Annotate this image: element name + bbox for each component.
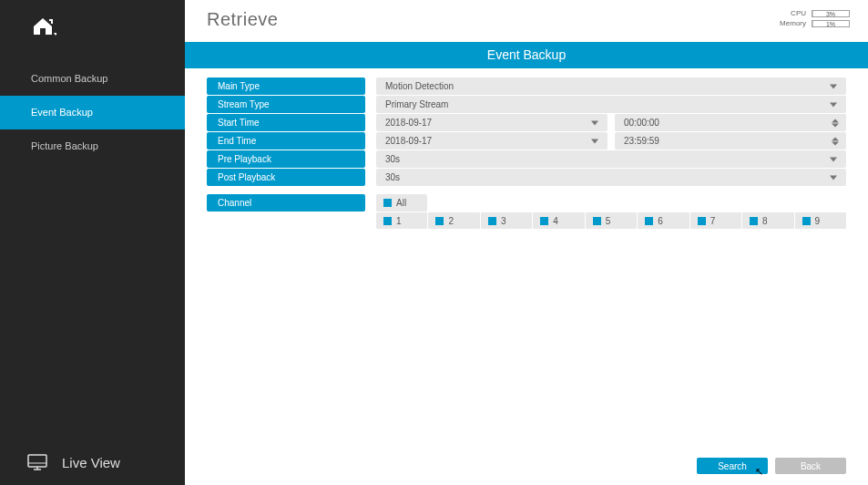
- channel-checkbox-2[interactable]: 2: [428, 212, 479, 229]
- search-button[interactable]: Search: [697, 458, 768, 474]
- checkbox-icon: [383, 199, 392, 207]
- channel-label: Channel: [207, 194, 365, 212]
- checkbox-icon: [540, 217, 548, 225]
- channel-number: 6: [658, 216, 663, 226]
- channel-number: 9: [815, 216, 821, 226]
- post-playback-label: Post Playback: [207, 169, 365, 186]
- section-banner: Event Backup: [185, 42, 868, 68]
- channel-container: All 123456789: [376, 194, 846, 229]
- topbar: Retrieve CPU 3% Memory 1%: [185, 0, 868, 42]
- start-date-picker[interactable]: 2018-09-17: [376, 114, 608, 131]
- post-playback-value: 30s: [385, 172, 400, 182]
- cpu-value: 3%: [812, 11, 849, 16]
- checkbox-icon: [488, 217, 496, 225]
- channel-all-checkbox[interactable]: All: [376, 194, 427, 212]
- end-date-value: 2018-09-17: [385, 136, 432, 146]
- svg-marker-0: [54, 33, 56, 36]
- memory-label: Memory: [780, 19, 806, 27]
- search-button-label: Search: [718, 461, 747, 471]
- channel-checkbox-8[interactable]: 8: [742, 212, 793, 229]
- channel-number: 7: [710, 216, 716, 226]
- chevron-down-icon: [830, 102, 837, 107]
- form: Main Type Motion Detection Stream Type P…: [185, 68, 868, 230]
- cpu-label: CPU: [791, 9, 806, 17]
- chevron-down-icon: [830, 175, 837, 180]
- start-date-value: 2018-09-17: [385, 118, 432, 128]
- home-button[interactable]: [0, 0, 185, 53]
- channel-checkbox-3[interactable]: 3: [481, 212, 532, 229]
- pre-playback-label: Pre Playback: [207, 150, 365, 168]
- channel-grid: 123456789: [376, 212, 846, 229]
- start-time-value: 00:00:00: [624, 118, 659, 128]
- sidebar: Common Backup Event Backup Picture Backu…: [0, 0, 185, 485]
- checkbox-icon: [383, 217, 392, 225]
- main-type-value: Motion Detection: [385, 81, 454, 91]
- sidebar-nav: Common Backup Event Backup Picture Backu…: [0, 62, 185, 163]
- back-button[interactable]: Back: [775, 458, 846, 474]
- spinner-icon: [832, 137, 839, 145]
- channel-checkbox-4[interactable]: 4: [533, 212, 584, 229]
- sidebar-item-label: Common Backup: [31, 73, 107, 84]
- checkbox-icon: [698, 217, 706, 225]
- channel-number: 8: [762, 216, 768, 226]
- sidebar-item-picture-backup[interactable]: Picture Backup: [0, 129, 185, 163]
- spinner-icon: [832, 119, 839, 127]
- chevron-down-icon: [591, 120, 598, 125]
- main: Retrieve CPU 3% Memory 1% Event Backup M…: [185, 0, 868, 485]
- channel-checkbox-9[interactable]: 9: [795, 212, 846, 229]
- chevron-down-icon: [830, 84, 837, 88]
- channel-checkbox-1[interactable]: 1: [376, 212, 427, 229]
- sidebar-item-common-backup[interactable]: Common Backup: [0, 62, 185, 96]
- checkbox-icon: [750, 217, 758, 225]
- svg-rect-1: [28, 455, 46, 467]
- channel-number: 2: [448, 216, 454, 226]
- sidebar-item-label: Event Backup: [31, 107, 93, 118]
- pre-playback-value: 30s: [385, 154, 400, 164]
- page-title: Retrieve: [207, 9, 278, 30]
- back-button-label: Back: [801, 461, 821, 471]
- post-playback-select[interactable]: 30s: [376, 169, 846, 186]
- stream-type-value: Primary Stream: [385, 99, 448, 109]
- checkbox-icon: [802, 217, 811, 225]
- memory-bar: 1%: [812, 20, 850, 27]
- channel-checkbox-7[interactable]: 7: [690, 212, 741, 229]
- checkbox-icon: [435, 217, 444, 225]
- memory-value: 1%: [812, 21, 849, 26]
- sidebar-item-event-backup[interactable]: Event Backup: [0, 96, 185, 129]
- pre-playback-select[interactable]: 30s: [376, 150, 846, 168]
- stream-type-label: Stream Type: [207, 96, 365, 113]
- live-view-button[interactable]: Live View: [0, 454, 185, 485]
- checkbox-icon: [593, 217, 601, 225]
- system-stats: CPU 3% Memory 1%: [780, 9, 850, 29]
- start-time-input[interactable]: 00:00:00: [615, 114, 846, 131]
- channel-number: 4: [553, 216, 558, 226]
- channel-number: 3: [501, 216, 506, 226]
- channel-number: 5: [606, 216, 611, 226]
- chevron-down-icon: [591, 139, 598, 143]
- live-view-label: Live View: [62, 455, 120, 470]
- end-date-picker[interactable]: 2018-09-17: [376, 132, 608, 150]
- end-time-value: 23:59:59: [624, 136, 659, 146]
- chevron-down-icon: [830, 157, 837, 161]
- channel-checkbox-6[interactable]: 6: [638, 212, 689, 229]
- channel-number: 1: [396, 216, 402, 226]
- stream-type-select[interactable]: Primary Stream: [376, 96, 846, 113]
- cpu-bar: 3%: [812, 10, 850, 17]
- button-bar: Search Back: [697, 458, 846, 474]
- memory-stat: Memory 1%: [780, 19, 850, 27]
- cpu-stat: CPU 3%: [780, 9, 850, 17]
- main-type-select[interactable]: Motion Detection: [376, 77, 846, 95]
- channel-checkbox-5[interactable]: 5: [586, 212, 637, 229]
- start-time-label: Start Time: [207, 114, 365, 131]
- end-time-label: End Time: [207, 132, 365, 150]
- end-time-input[interactable]: 23:59:59: [615, 132, 846, 150]
- sidebar-item-label: Picture Backup: [31, 140, 98, 151]
- home-icon: [31, 16, 56, 36]
- monitor-icon: [27, 454, 47, 470]
- main-type-label: Main Type: [207, 77, 365, 95]
- channel-all-label: All: [396, 198, 406, 208]
- checkbox-icon: [645, 217, 653, 225]
